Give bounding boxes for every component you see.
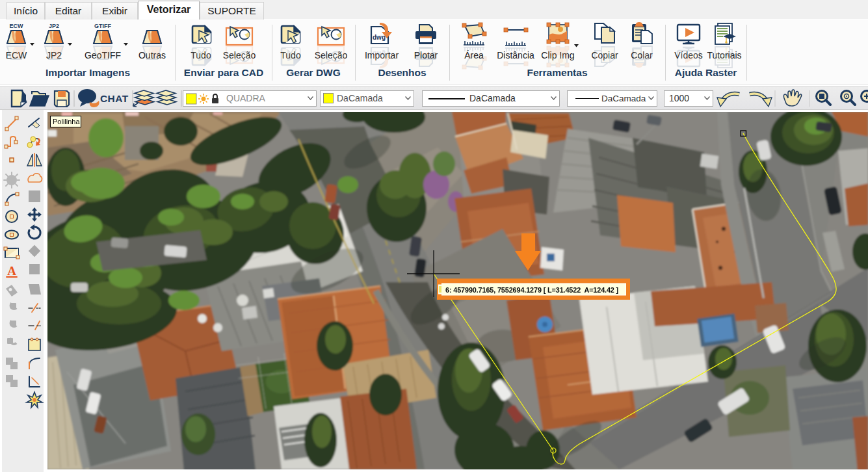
svg-text:JP2: JP2: [49, 23, 59, 29]
svg-text:A: A: [7, 264, 16, 278]
svg-text:GTIFF: GTIFF: [94, 23, 111, 29]
svg-text:Polilinha: Polilinha: [53, 118, 80, 125]
svg-text:ECW: ECW: [10, 23, 24, 29]
svg-text:CHAT: CHAT: [100, 93, 129, 104]
svg-text:6: 457990.7165, 7552694.1279 [: 6: 457990.7165, 7552694.1279 [ L=31.4522…: [445, 286, 619, 294]
